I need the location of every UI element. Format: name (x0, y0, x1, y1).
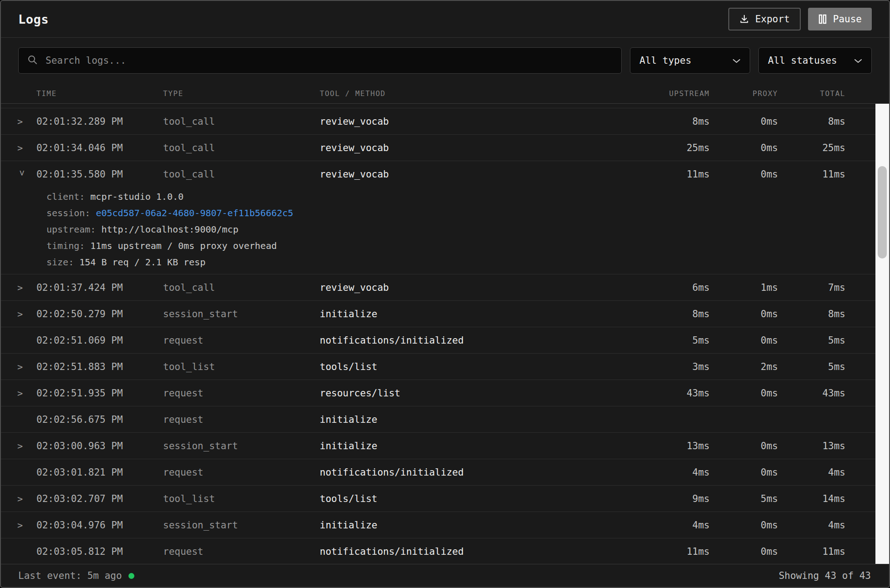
detail-label: timing: (46, 240, 90, 251)
detail-value: http://localhost:9000/mcp (101, 224, 238, 235)
log-time: 02:03:02.707 PM (36, 493, 163, 504)
detail-line: session: e05cd587-06a2-4680-9807-ef11b56… (46, 205, 889, 221)
detail-value: mcpr-studio 1.0.0 (90, 191, 184, 202)
export-button[interactable]: Export (728, 8, 801, 30)
log-row: 02:03:05.812 PM request notifications/in… (1, 538, 889, 564)
log-total: 4ms (778, 467, 845, 478)
column-header-total: TOTAL (778, 89, 845, 98)
log-upstream: 8ms (639, 309, 710, 319)
log-row: > 02:01:37.424 PM tool_call review_vocab… (1, 274, 889, 301)
log-method: initialize (320, 520, 639, 531)
pause-button[interactable]: Pause (808, 8, 872, 30)
log-time: 02:02:51.935 PM (36, 388, 163, 399)
log-proxy: 0ms (710, 441, 778, 451)
log-time: 02:03:01.821 PM (36, 467, 163, 478)
log-type: session_start (163, 441, 320, 451)
log-time: 02:03:00.963 PM (36, 441, 163, 451)
session-id-link[interactable]: e05cd587-06a2-4680-9807-ef11b56662c5 (96, 208, 293, 218)
log-time: 02:02:51.883 PM (36, 361, 163, 372)
log-row: 02:03:01.821 PM request notifications/in… (1, 459, 889, 486)
expand-chevron-icon[interactable]: > (17, 142, 26, 153)
expand-chevron-icon[interactable]: > (17, 170, 28, 179)
log-row: > 02:02:51.935 PM request resources/list… (1, 380, 889, 406)
expand-chevron-icon[interactable]: > (17, 388, 26, 399)
log-row-main[interactable]: > 02:01:34.046 PM tool_call review_vocab… (1, 135, 889, 161)
log-total: 5ms (778, 335, 845, 346)
log-method: review_vocab (320, 282, 639, 293)
log-proxy: 0ms (710, 467, 778, 478)
log-method: resources/list (320, 388, 639, 399)
status-filter-dropdown[interactable]: All statuses (758, 47, 872, 74)
log-rows: > 02:01:32.289 PM tool_call review_vocab… (1, 108, 889, 564)
expand-chevron-icon[interactable]: > (17, 493, 26, 504)
detail-label: client: (46, 191, 90, 202)
log-proxy: 0ms (710, 520, 778, 531)
download-icon (739, 14, 749, 24)
title-bar: Logs Export Pause (1, 1, 889, 38)
log-method: initialize (320, 441, 639, 451)
log-row-main[interactable]: > 02:02:51.935 PM request resources/list… (1, 380, 889, 406)
page-title: Logs (18, 12, 49, 26)
log-row-main[interactable]: 02:03:05.812 PM request notifications/in… (1, 538, 889, 564)
log-list: > 02:01:32.289 PM tool_call review_vocab… (1, 104, 889, 564)
log-type: tool_list (163, 361, 320, 372)
log-upstream: 5ms (639, 335, 710, 346)
log-type: tool_call (163, 169, 320, 180)
log-total: 4ms (778, 520, 845, 531)
log-method: tools/list (320, 361, 639, 372)
log-proxy: 0ms (710, 388, 778, 399)
log-method: review_vocab (320, 142, 639, 153)
log-row-main[interactable]: > 02:03:00.963 PM session_start initiali… (1, 433, 889, 459)
log-row-main[interactable]: > 02:01:32.289 PM tool_call review_vocab… (1, 108, 889, 134)
last-event-label: Last event: 5m ago (18, 570, 122, 581)
detail-line: size: 154 B req / 2.1 KB resp (46, 254, 889, 270)
log-time: 02:02:50.279 PM (36, 309, 163, 319)
log-time: 02:02:51.069 PM (36, 335, 163, 346)
expand-chevron-icon[interactable]: > (17, 309, 26, 319)
log-row: > 02:01:35.580 PM tool_call review_vocab… (1, 161, 889, 274)
log-proxy: 0ms (710, 116, 778, 127)
expand-chevron-icon[interactable]: > (17, 116, 26, 127)
column-header-time: TIME (36, 89, 163, 98)
log-row-main[interactable]: > 02:02:50.279 PM session_start initiali… (1, 301, 889, 327)
status-bar: Last event: 5m ago Showing 43 of 43 (1, 564, 889, 587)
scrollbar-thumb[interactable] (878, 166, 887, 259)
log-proxy: 0ms (710, 309, 778, 319)
log-row-main[interactable]: 02:02:56.675 PM request initialize (1, 406, 889, 432)
log-row: 02:02:51.069 PM request notifications/in… (1, 327, 889, 354)
log-row-main[interactable]: > 02:02:51.883 PM tool_list tools/list 3… (1, 354, 889, 380)
log-row: 02:02:56.675 PM request initialize (1, 406, 889, 433)
log-row-main[interactable]: 02:02:51.069 PM request notifications/in… (1, 327, 889, 353)
column-header-method: TOOL / METHOD (320, 89, 639, 98)
detail-label: size: (46, 257, 79, 268)
log-total: 25ms (778, 142, 845, 153)
log-method: notifications/initialized (320, 335, 639, 346)
log-row-main[interactable]: > 02:03:04.976 PM session_start initiali… (1, 512, 889, 538)
log-row-main[interactable]: > 02:01:35.580 PM tool_call review_vocab… (1, 161, 889, 187)
log-total: 7ms (778, 282, 845, 293)
log-type: request (163, 388, 320, 399)
table-header: TIME TYPE TOOL / METHOD UPSTREAM PROXY T… (1, 83, 889, 104)
detail-label: upstream: (46, 224, 101, 235)
filter-toolbar: All types All statuses (1, 38, 889, 83)
log-row-main[interactable]: > 02:01:37.424 PM tool_call review_vocab… (1, 274, 889, 300)
search-box[interactable] (18, 47, 622, 74)
expand-chevron-icon[interactable]: > (17, 520, 26, 531)
partial-row-top (1, 104, 889, 108)
log-row-main[interactable]: > 02:03:02.707 PM tool_list tools/list 9… (1, 486, 889, 512)
chevron-down-icon (732, 55, 741, 66)
live-status-dot (128, 573, 134, 579)
log-upstream: 4ms (639, 520, 710, 531)
type-filter-dropdown[interactable]: All types (630, 47, 750, 74)
log-upstream: 11ms (639, 169, 710, 180)
chevron-down-icon (854, 55, 862, 66)
search-input[interactable] (45, 55, 613, 66)
expand-chevron-icon[interactable]: > (17, 282, 26, 293)
expand-chevron-icon[interactable]: > (17, 361, 26, 372)
log-type: session_start (163, 309, 320, 319)
vertical-scrollbar[interactable] (875, 104, 889, 564)
log-upstream: 9ms (639, 493, 710, 504)
log-row-main[interactable]: 02:03:01.821 PM request notifications/in… (1, 459, 889, 485)
log-method: initialize (320, 309, 639, 319)
expand-chevron-icon[interactable]: > (17, 441, 26, 451)
